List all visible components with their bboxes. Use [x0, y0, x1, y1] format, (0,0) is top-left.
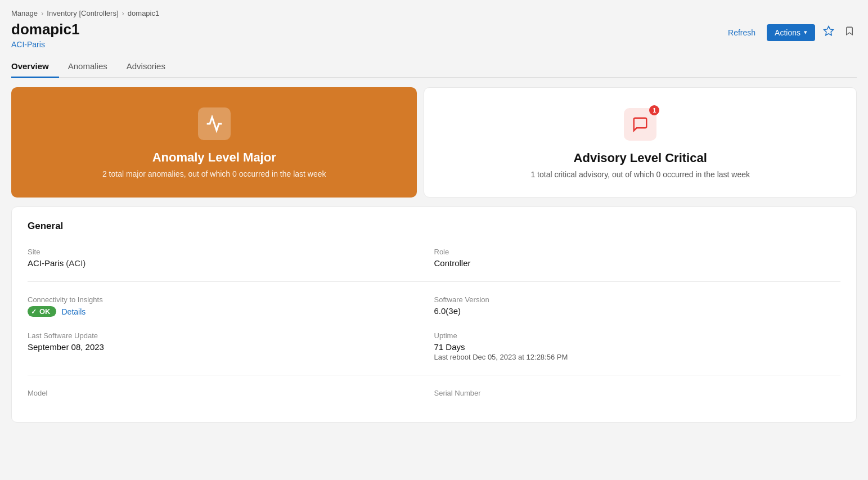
advisory-title: Advisory Level Critical [574, 151, 707, 165]
breadcrumb: Manage › Inventory [Controllers] › domap… [11, 9, 857, 17]
page-header: domapic1 ACI-Paris Refresh Actions ▾ [11, 21, 857, 49]
breadcrumb-sep-1: › [41, 9, 43, 17]
uptime-subvalue: Last reboot Dec 05, 2023 at 12:28:56 PM [434, 353, 841, 361]
info-uptime: Uptime 71 Days Last reboot Dec 05, 2023 … [434, 326, 841, 370]
divider-2 [28, 375, 840, 375]
advisory-badge: 1 [649, 105, 659, 115]
anomaly-title: Anomaly Level Major [152, 150, 276, 165]
chevron-down-icon: ▾ [804, 29, 807, 36]
software-version-value: 6.0(3e) [434, 306, 841, 316]
connectivity-row: OK Details [28, 306, 434, 317]
last-update-label: Last Software Update [28, 331, 434, 340]
info-site: Site ACI-Paris (ACI) [28, 242, 434, 277]
page-title-block: domapic1 ACI-Paris [11, 21, 79, 49]
page-title: domapic1 [11, 21, 79, 38]
connectivity-label: Connectivity to Insights [28, 295, 434, 304]
advisory-card[interactable]: 1 Advisory Level Critical 1 total critic… [424, 87, 857, 198]
role-label: Role [434, 248, 841, 256]
anomaly-description: 2 total major anomalies, out of which 0 … [102, 169, 326, 178]
actions-label: Actions [775, 28, 800, 37]
info-role: Role Controller [434, 242, 841, 277]
software-version-label: Software Version [434, 295, 841, 304]
uptime-label: Uptime [434, 331, 841, 340]
tab-advisories[interactable]: Advisories [127, 57, 176, 78]
role-value: Controller [434, 258, 841, 268]
actions-button[interactable]: Actions ▾ [767, 24, 815, 41]
divider-1 [28, 281, 840, 282]
breadcrumb-manage[interactable]: Manage [11, 9, 38, 17]
refresh-button[interactable]: Refresh [722, 25, 761, 41]
advisory-description: 1 total critical advisory, out of which … [530, 170, 750, 179]
info-model: Model [28, 383, 434, 409]
breadcrumb-inventory[interactable]: Inventory [Controllers] [47, 9, 118, 17]
serial-label: Serial Number [434, 389, 841, 397]
info-software-version: Software Version 6.0(3e) [434, 290, 841, 326]
page-container: Manage › Inventory [Controllers] › domap… [0, 0, 868, 480]
header-actions: Refresh Actions ▾ [722, 23, 857, 42]
general-info-card: General Site ACI-Paris (ACI) Role Contro… [11, 207, 857, 423]
site-label: Site [28, 248, 434, 256]
advisory-icon: 1 [624, 108, 656, 141]
general-info-grid: Site ACI-Paris (ACI) Role Controller Con… [28, 242, 840, 409]
favorite-icon[interactable] [821, 23, 836, 42]
tab-anomalies[interactable]: Anomalies [68, 57, 118, 78]
cards-row: Anomaly Level Major 2 total major anomal… [11, 87, 857, 198]
breadcrumb-current: domapic1 [128, 9, 159, 17]
site-link[interactable]: ACI-Paris [28, 258, 64, 268]
tab-overview[interactable]: Overview [11, 57, 59, 78]
breadcrumb-sep-2: › [122, 9, 124, 17]
page-subtitle[interactable]: ACI-Paris [11, 40, 79, 49]
info-connectivity: Connectivity to Insights OK Details [28, 290, 434, 326]
ok-badge: OK [28, 306, 56, 317]
model-label: Model [28, 389, 434, 397]
general-section-title: General [28, 221, 840, 232]
info-serial: Serial Number [434, 383, 841, 409]
site-aci-text: (ACI) [66, 258, 86, 268]
details-link[interactable]: Details [62, 307, 86, 316]
last-update-value: September 08, 2023 [28, 342, 434, 352]
anomaly-icon [198, 107, 231, 140]
bookmark-icon[interactable] [842, 23, 857, 42]
info-last-update: Last Software Update September 08, 2023 [28, 326, 434, 370]
anomaly-card[interactable]: Anomaly Level Major 2 total major anomal… [11, 87, 417, 198]
tabs-container: Overview Anomalies Advisories [11, 57, 857, 78]
uptime-value: 71 Days [434, 342, 841, 352]
site-value: ACI-Paris (ACI) [28, 258, 434, 268]
